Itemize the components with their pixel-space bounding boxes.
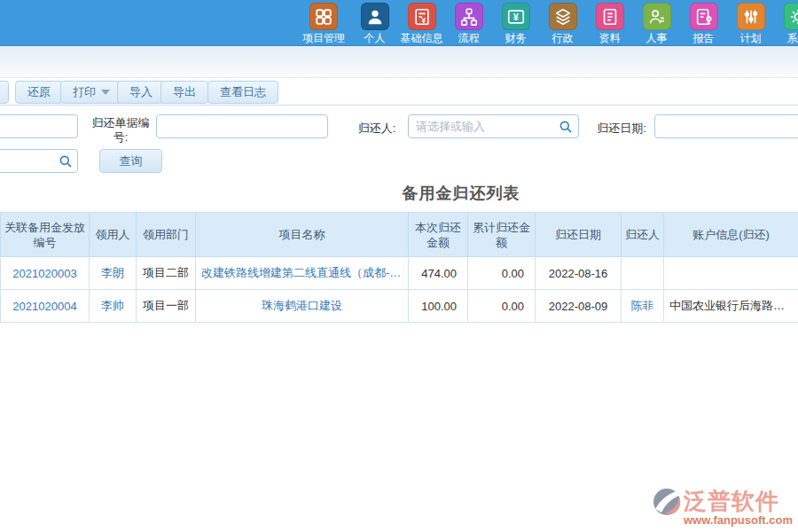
- col-header-amount: 本次归还金额: [409, 213, 468, 257]
- top-navigation-bar: 项目管理 个人 ¥ 基础信息: [0, 0, 798, 46]
- view-log-button[interactable]: 查看日志: [207, 81, 278, 104]
- col-header-returner: 归还人: [622, 213, 664, 257]
- nav-item-documents[interactable]: 资料: [586, 0, 633, 46]
- nav-label: 个人: [364, 31, 386, 46]
- document-icon: [596, 3, 624, 30]
- nav-item-project-management[interactable]: 项目管理: [296, 0, 351, 46]
- date-cell: 2022-08-09: [536, 290, 622, 323]
- partial-button[interactable]: [0, 81, 9, 104]
- amount-cell: 474.00: [409, 257, 468, 290]
- return-list-table: 关联备用金发放编号 领用人 领用部门 项目名称 本次归还金额 累计归还金额 归还…: [0, 212, 798, 323]
- toolbar: 还原 打印 导入 导出 查看日志: [0, 78, 798, 106]
- svg-text:¥: ¥: [512, 12, 519, 22]
- watermark-url: www.fanpusoft.com: [684, 513, 793, 527]
- col-header-date: 归还日期: [536, 213, 622, 257]
- restore-button[interactable]: 还原: [15, 81, 63, 104]
- col-header-account: 账户信息(归还): [664, 213, 798, 257]
- sliders-icon: [737, 3, 765, 30]
- nav-label: 资料: [599, 31, 621, 46]
- total-cell: 0.00: [468, 290, 536, 323]
- total-cell: 0.00: [468, 257, 536, 290]
- col-header-dept: 领用部门: [137, 213, 196, 257]
- nav-label: 项目管理: [302, 31, 345, 46]
- nav-label: 报告: [693, 31, 715, 46]
- return-date-input[interactable]: [654, 114, 798, 138]
- col-header-total: 累计归还金额: [468, 213, 536, 257]
- query-button[interactable]: 查询: [99, 149, 162, 173]
- returner-link: [622, 257, 664, 290]
- table-row: 2021020004 李帅 项目一部 珠海鹤港口建设 100.00 0.00 2…: [1, 290, 798, 323]
- project-link[interactable]: 改建铁路线增建第二线直通线（成都-西...: [196, 257, 409, 290]
- dept-cell: 项目二部: [137, 257, 196, 290]
- nav-item-basic-info[interactable]: ¥ 基础信息: [398, 0, 445, 46]
- finance-icon: ¥: [502, 3, 530, 30]
- account-cell: 中国农业银行后海路支行: [664, 290, 798, 323]
- nav-label: 行政: [552, 31, 574, 46]
- nav-item-finance[interactable]: ¥ 财务: [492, 0, 539, 46]
- person-icon: [361, 3, 389, 30]
- vendor-watermark: 泛普软件 www.fanpusoft.com: [652, 486, 793, 527]
- return-date-label: 归还日期:: [593, 121, 650, 137]
- nav-item-report[interactable]: 报告: [680, 0, 727, 46]
- recipient-link[interactable]: 李帅: [90, 290, 137, 323]
- gear-icon: [784, 3, 798, 30]
- filter-panel: 归还单据编号: 归还人: 归还日期: 查询: [0, 106, 798, 178]
- nav-label: 系统: [787, 31, 798, 46]
- dropdown-caret-icon: [101, 90, 110, 95]
- breadcrumb-bar: [0, 46, 798, 78]
- print-button-label: 打印: [73, 84, 96, 100]
- col-header-recipient: 领用人: [90, 213, 137, 257]
- nav-item-system[interactable]: 系统: [774, 0, 798, 46]
- svg-text:¥: ¥: [421, 16, 426, 24]
- nav-item-personal[interactable]: 个人: [351, 0, 398, 46]
- table-header-row: 关联备用金发放编号 领用人 领用部门 项目名称 本次归还金额 累计归还金额 归还…: [1, 213, 798, 257]
- project-link[interactable]: 珠海鹤港口建设: [196, 290, 409, 323]
- recipient-link[interactable]: 李朗: [90, 257, 137, 290]
- dept-cell: 项目一部: [137, 290, 196, 323]
- table-row: 2021020003 李朗 项目二部 改建铁路线增建第二线直通线（成都-西...…: [1, 257, 798, 290]
- account-cell: [664, 257, 798, 290]
- print-button[interactable]: 打印: [60, 81, 122, 104]
- nav-item-hr[interactable]: 人事: [633, 0, 680, 46]
- amount-cell: 100.00: [409, 290, 468, 323]
- hr-person-icon: [643, 3, 671, 30]
- doc-no-label: 归还单据编号:: [86, 116, 155, 145]
- returner-label: 归还人:: [355, 121, 399, 137]
- flowchart-icon: [455, 3, 483, 30]
- col-header-project: 项目名称: [196, 213, 409, 257]
- returner-input[interactable]: [408, 114, 579, 138]
- assoc-no-link[interactable]: 2021020004: [1, 290, 90, 323]
- nav-item-process[interactable]: 流程: [445, 0, 492, 46]
- report-icon: [690, 3, 718, 30]
- nav-label: 财务: [505, 31, 527, 46]
- col-header-assoc-no: 关联备用金发放编号: [1, 213, 90, 257]
- returner-link[interactable]: 陈菲: [622, 290, 664, 323]
- nav-item-administration[interactable]: 行政: [539, 0, 586, 46]
- import-button[interactable]: 导入: [117, 81, 165, 104]
- nav-label: 基础信息: [401, 31, 443, 46]
- nav-label: 人事: [646, 31, 668, 46]
- nav-item-plan[interactable]: 计划: [727, 0, 774, 46]
- search-icon[interactable]: [59, 154, 73, 168]
- export-button[interactable]: 导出: [160, 81, 208, 104]
- nav-label: 计划: [740, 31, 762, 46]
- layers-icon: [549, 3, 577, 30]
- date-cell: 2022-08-16: [536, 257, 622, 290]
- return-doc-no-input[interactable]: [156, 114, 328, 138]
- filter-input-left-partial[interactable]: [0, 114, 78, 138]
- search-icon[interactable]: [559, 120, 573, 134]
- page-title: 备用金归还列表: [62, 178, 798, 212]
- watermark-brand: 泛普软件: [684, 486, 779, 517]
- assoc-no-link[interactable]: 2021020003: [1, 257, 90, 290]
- nav-label: 流程: [458, 31, 480, 46]
- info-document-icon: ¥: [408, 3, 436, 30]
- grid-icon: [309, 3, 338, 30]
- fanpu-logo-icon: [652, 487, 682, 517]
